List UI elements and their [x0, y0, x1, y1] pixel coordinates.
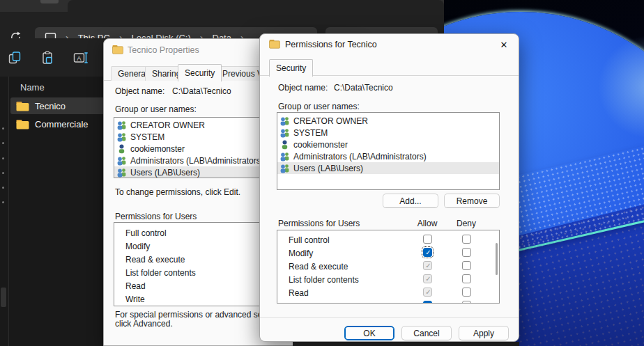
deny-column-header: Deny	[450, 219, 483, 228]
allow-checkbox[interactable]	[423, 301, 432, 304]
file-name: Commerciale	[35, 119, 89, 129]
object-name-value: C:\Data\Tecnico	[172, 86, 231, 96]
permissions-label: Permissions for Users	[115, 212, 197, 221]
nav-pane-dot	[2, 172, 4, 174]
tab-security[interactable]: Security	[269, 59, 313, 77]
svg-text:A: A	[77, 54, 82, 62]
explorer-active-tab[interactable]	[68, 0, 444, 12]
deny-checkbox[interactable]	[462, 235, 471, 244]
group-list-label: Group or user names:	[278, 102, 360, 111]
deny-checkbox[interactable]	[462, 301, 471, 304]
table-scrollbar[interactable]	[496, 243, 498, 275]
paste-button[interactable]	[39, 49, 56, 66]
apply-button[interactable]: Apply	[459, 326, 509, 340]
group-name: Users (LAB\Users)	[130, 168, 200, 178]
deny-checkbox[interactable]	[462, 261, 471, 270]
rename-button[interactable]: A	[72, 49, 89, 66]
edit-hint: To change permissions, click Edit.	[115, 187, 240, 197]
users-group-icon	[116, 120, 127, 130]
desktop: › This PC › Local Disk (C:) › Data › Sea…	[0, 0, 644, 346]
group-row[interactable]: SYSTEM	[277, 127, 499, 139]
folder-icon	[112, 45, 123, 54]
allow-column-header: Allow	[411, 219, 444, 228]
allow-checkbox[interactable]	[423, 261, 432, 270]
copy-icon	[7, 50, 22, 65]
permission-name: List folder contents	[289, 275, 359, 285]
nav-pane-dot	[2, 142, 4, 144]
permission-row: Modify	[277, 246, 499, 260]
permission-row: Read	[277, 286, 499, 299]
group-name: Administrators (LAB\Administrators)	[293, 152, 427, 162]
paste-icon	[40, 50, 55, 65]
group-row[interactable]: Administrators (LAB\Administrators)	[277, 150, 499, 162]
users-group-icon	[279, 152, 290, 162]
permission-row: Read & execute	[277, 260, 499, 273]
close-button[interactable]: ✕	[493, 37, 514, 52]
group-name: SYSTEM	[130, 132, 164, 142]
group-row[interactable]: CREATOR OWNER	[277, 115, 499, 127]
single-user-icon	[116, 144, 127, 154]
users-group-icon	[116, 132, 127, 142]
deny-checkbox[interactable]	[462, 274, 471, 283]
group-row-selected[interactable]: Users (LAB\Users)	[277, 162, 499, 174]
explorer-tab-strip	[0, 0, 444, 12]
tab-security[interactable]: Security	[178, 64, 222, 81]
deny-checkbox[interactable]	[462, 248, 471, 257]
folder-icon	[16, 119, 29, 129]
close-icon: ✕	[500, 40, 508, 50]
allow-checkbox[interactable]	[423, 248, 432, 257]
nav-pane-dot	[2, 201, 4, 203]
file-row-tecnico[interactable]: Tecnico	[10, 97, 107, 114]
allow-checkbox[interactable]	[423, 274, 432, 283]
tab-strip-fragment	[40, 0, 59, 3]
users-group-icon	[116, 156, 127, 166]
file-row-commerciale[interactable]: Commerciale	[10, 116, 107, 132]
object-name-value: C:\Data\Tecnico	[334, 83, 393, 93]
object-name-label: Object name:	[115, 86, 164, 96]
group-name: SYSTEM	[293, 128, 328, 138]
group-list-label: Group or user names:	[115, 104, 197, 114]
group-name: CREATOR OWNER	[293, 116, 368, 126]
nav-pane-scrollbar[interactable]	[1, 288, 6, 307]
users-group-icon	[279, 128, 290, 138]
ok-button[interactable]: OK	[344, 326, 394, 340]
group-list: CREATOR OWNER SYSTEM cookiemonster Admin…	[277, 112, 500, 190]
footer-divider	[260, 317, 519, 318]
permission-name: Modify	[289, 249, 313, 258]
users-group-icon	[279, 164, 290, 173]
permission-row: List folder contents	[277, 273, 499, 286]
group-name: CREATOR OWNER	[130, 120, 205, 130]
permission-name: Write	[289, 301, 308, 304]
advanced-hint-line2: click Advanced.	[115, 320, 173, 329]
column-header-name[interactable]: Name	[20, 82, 45, 93]
cancel-button[interactable]: Cancel	[401, 326, 452, 340]
users-group-icon	[279, 116, 290, 126]
permission-name: Read & execute	[289, 262, 348, 272]
folder-icon	[16, 101, 29, 111]
tab-bar: Security	[260, 59, 519, 76]
copy-button[interactable]	[6, 49, 23, 66]
permissions-label: Permissions for Users	[278, 219, 360, 228]
folder-icon	[269, 39, 280, 49]
remove-button[interactable]: Remove	[444, 194, 500, 208]
group-row[interactable]: cookiemonster	[277, 139, 499, 150]
file-name: Tecnico	[35, 101, 66, 111]
object-name-label: Object name:	[278, 83, 328, 93]
single-user-icon	[279, 140, 290, 150]
group-name: Users (LAB\Users)	[293, 164, 363, 173]
group-name: Administrators (LAB\Administrators)	[130, 156, 263, 166]
rename-icon: A	[72, 50, 89, 65]
allow-checkbox[interactable]	[423, 235, 432, 244]
dialog-title: Permissions for Tecnico	[285, 40, 377, 49]
allow-checkbox[interactable]	[423, 288, 432, 297]
dialog-title: Tecnico Properties	[128, 45, 199, 55]
deny-checkbox[interactable]	[462, 288, 471, 297]
nav-pane-dot	[2, 187, 4, 189]
permission-row: Write	[277, 299, 499, 304]
users-group-icon	[116, 168, 127, 178]
permission-row: Full control	[277, 233, 499, 246]
nav-pane-dot	[2, 127, 4, 129]
permission-name: Full control	[289, 235, 330, 245]
add-button[interactable]: Add...	[383, 194, 438, 208]
permissions-dialog: Permissions for Tecnico ✕ Security Objec…	[259, 33, 519, 342]
